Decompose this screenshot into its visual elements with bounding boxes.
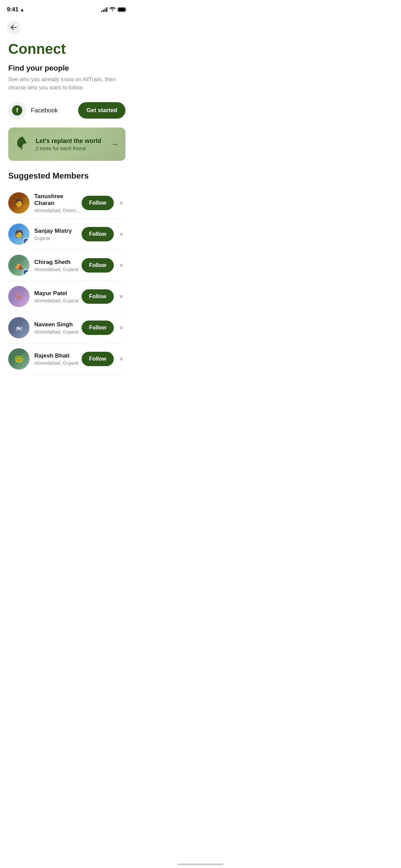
member-info: Naveen Singh Ahmedabad, Gujarat bbox=[34, 321, 82, 335]
avatar-image: 🐸 bbox=[8, 348, 29, 370]
avatar-image: 🦌 bbox=[8, 286, 29, 307]
member-name: Naveen Singh bbox=[34, 321, 82, 328]
back-button[interactable] bbox=[7, 21, 21, 34]
follow-button[interactable]: Follow bbox=[82, 227, 114, 241]
status-icons bbox=[101, 7, 127, 13]
member-info: Tanushree Charan Ahmedabad, District of … bbox=[34, 193, 82, 213]
member-avatar: 🧑 bbox=[8, 192, 29, 214]
member-badge: + bbox=[23, 269, 29, 276]
member-name: Chirag Sheth bbox=[34, 259, 82, 266]
member-location: Ahmedabad, Gujarat bbox=[34, 298, 82, 303]
subtitle: Find your people bbox=[8, 64, 125, 73]
banner-subtitle: 2 trees for each friend bbox=[36, 145, 101, 151]
member-info: Rajesh Bhati Ahmedabad, Gujarat bbox=[34, 352, 82, 366]
dismiss-button[interactable]: × bbox=[117, 197, 125, 208]
member-location: Gujarat bbox=[34, 236, 82, 241]
leaf-icon bbox=[15, 135, 30, 153]
member-avatar: 🐸 bbox=[8, 348, 29, 370]
follow-button[interactable]: Follow bbox=[82, 258, 114, 273]
banner-title: Let's replant the world bbox=[36, 137, 101, 145]
nav-back bbox=[0, 17, 134, 38]
wifi-icon bbox=[109, 7, 116, 13]
member-name: Tanushree Charan bbox=[34, 193, 82, 207]
facebook-label: Facebook bbox=[31, 107, 58, 114]
dismiss-button[interactable]: × bbox=[117, 353, 125, 364]
location-arrow-icon: ▲ bbox=[20, 7, 24, 12]
banner-text: Let's replant the world 2 trees for each… bbox=[36, 137, 101, 151]
follow-button[interactable]: Follow bbox=[82, 289, 114, 304]
member-location: Ahmedabad, District of Colu… bbox=[34, 208, 82, 213]
member-name: Sanjay Mistry bbox=[34, 228, 82, 234]
member-info: Mayur Patel Ahmedabad, Gujarat bbox=[34, 290, 82, 303]
member-item: 🦌 Mayur Patel Ahmedabad, Gujarat Follow … bbox=[8, 281, 125, 312]
member-actions: Follow × bbox=[82, 258, 125, 273]
facebook-info: f Facebook bbox=[8, 101, 58, 119]
member-avatar: 🦌 bbox=[8, 286, 29, 307]
follow-button[interactable]: Follow bbox=[82, 321, 114, 335]
member-location: Ahmedabad, Gujarat bbox=[34, 329, 82, 335]
dismiss-button[interactable]: × bbox=[117, 291, 125, 302]
member-item: 🧑 + Sanjay Mistry Gujarat Follow × bbox=[8, 219, 125, 250]
member-item: 🧑 Tanushree Charan Ahmedabad, District o… bbox=[8, 188, 125, 219]
member-avatar: ⛺ + bbox=[8, 255, 29, 276]
dismiss-button[interactable]: × bbox=[117, 260, 125, 271]
member-name: Rajesh Bhati bbox=[34, 352, 82, 359]
member-location: Ahmedabad, Gujarat bbox=[34, 267, 82, 272]
description: See who you already know on AllTrails, t… bbox=[8, 75, 125, 92]
member-avatar: 🏍 bbox=[8, 317, 29, 338]
member-info: Sanjay Mistry Gujarat bbox=[34, 228, 82, 241]
signal-icon bbox=[101, 7, 107, 12]
members-list: 🧑 Tanushree Charan Ahmedabad, District o… bbox=[8, 188, 125, 375]
get-started-button[interactable]: Get started bbox=[78, 102, 125, 119]
main-content: Connect Find your people See who you alr… bbox=[0, 38, 134, 388]
replant-banner[interactable]: Let's replant the world 2 trees for each… bbox=[8, 128, 125, 161]
status-bar: 9:41 ▲ bbox=[0, 0, 134, 17]
member-location: Ahmedabad, Gujarat bbox=[34, 360, 82, 366]
page-title: Connect bbox=[8, 41, 125, 57]
member-item: ⛺ + Chirag Sheth Ahmedabad, Gujarat Foll… bbox=[8, 250, 125, 281]
banner-arrow-icon: → bbox=[111, 140, 119, 149]
status-time: 9:41 ▲ bbox=[7, 6, 24, 13]
follow-button[interactable]: Follow bbox=[82, 196, 114, 210]
member-actions: Follow × bbox=[82, 321, 125, 335]
member-actions: Follow × bbox=[82, 352, 125, 366]
member-badge: + bbox=[23, 238, 29, 245]
suggested-members-title: Suggested Members bbox=[8, 171, 125, 181]
svg-rect-1 bbox=[118, 8, 125, 11]
dismiss-button[interactable]: × bbox=[117, 229, 125, 240]
member-info: Chirag Sheth Ahmedabad, Gujarat bbox=[34, 259, 82, 272]
follow-button[interactable]: Follow bbox=[82, 352, 114, 366]
battery-icon bbox=[118, 7, 127, 12]
member-actions: Follow × bbox=[82, 196, 125, 210]
facebook-icon-wrap: f bbox=[8, 101, 26, 119]
facebook-icon: f bbox=[12, 105, 22, 116]
banner-content: Let's replant the world 2 trees for each… bbox=[15, 135, 101, 153]
member-name: Mayur Patel bbox=[34, 290, 82, 297]
avatar-image: 🧑 bbox=[8, 192, 29, 214]
member-item: 🐸 Rajesh Bhati Ahmedabad, Gujarat Follow… bbox=[8, 343, 125, 375]
member-avatar: 🧑 + bbox=[8, 224, 29, 245]
member-actions: Follow × bbox=[82, 227, 125, 241]
member-actions: Follow × bbox=[82, 289, 125, 304]
avatar-image: 🏍 bbox=[8, 317, 29, 338]
member-item: 🏍 Naveen Singh Ahmedabad, Gujarat Follow… bbox=[8, 312, 125, 343]
dismiss-button[interactable]: × bbox=[117, 322, 125, 333]
facebook-card: f Facebook Get started bbox=[8, 101, 125, 119]
